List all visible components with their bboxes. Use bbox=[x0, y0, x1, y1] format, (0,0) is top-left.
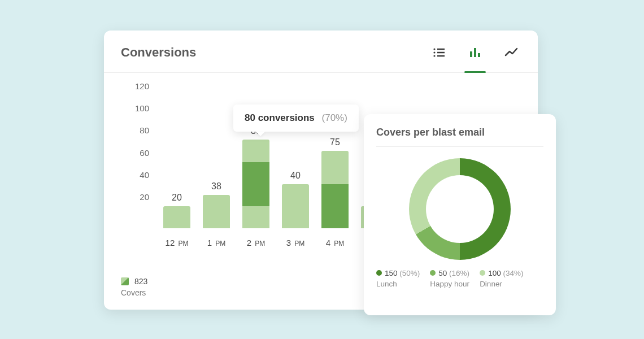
y-tick: 40 bbox=[140, 169, 149, 179]
legend-item-value: 50 bbox=[438, 269, 447, 277]
legend-total: 823 Covers bbox=[121, 277, 147, 297]
donut-legend-item: 50 (16%)Happy hour bbox=[430, 269, 469, 288]
y-tick: 100 bbox=[135, 103, 149, 113]
card-title: Conversions bbox=[121, 45, 196, 60]
bar-light-segment bbox=[203, 195, 230, 228]
donut-legend-item: 150 (50%)Lunch bbox=[376, 269, 420, 288]
y-tick: 120 bbox=[135, 81, 149, 91]
svg-point-1 bbox=[433, 48, 435, 50]
legend-item-value: 100 bbox=[488, 269, 501, 277]
donut-chart bbox=[376, 147, 543, 266]
legend-item-label: Happy hour bbox=[430, 280, 469, 288]
svg-point-5 bbox=[433, 55, 435, 56]
legend-item-pct: (50%) bbox=[399, 269, 420, 277]
svg-rect-8 bbox=[478, 53, 480, 57]
view-tabs bbox=[429, 43, 521, 62]
bar-light-segment bbox=[282, 184, 309, 228]
legend-item-pct: (34%) bbox=[503, 269, 523, 277]
tooltip-pct: (70%) bbox=[322, 112, 347, 123]
legend-value: 823 bbox=[134, 277, 147, 286]
bar-dark-segment bbox=[321, 184, 349, 228]
svg-rect-7 bbox=[474, 48, 476, 57]
bar-value-label: 40 bbox=[290, 171, 301, 181]
tooltip-unit: conversions bbox=[258, 112, 315, 123]
view-tab-line[interactable] bbox=[502, 43, 521, 62]
bar-dark-segment bbox=[242, 162, 269, 206]
svg-point-3 bbox=[433, 51, 435, 53]
line-chart-icon bbox=[504, 46, 518, 59]
bar-value-label: 38 bbox=[211, 181, 221, 192]
view-tab-bar[interactable] bbox=[465, 43, 485, 62]
legend-item-value: 150 bbox=[385, 269, 398, 277]
donut-legend: 150 (50%)Lunch50 (16%)Happy hour100 (34%… bbox=[376, 266, 543, 288]
legend-swatch-icon bbox=[121, 277, 129, 285]
view-tab-list[interactable] bbox=[429, 43, 449, 62]
donut-title: Covers per blast email bbox=[376, 127, 543, 147]
svg-rect-6 bbox=[470, 51, 472, 57]
x-tick: 1 PM bbox=[207, 238, 226, 247]
bar-chart-icon bbox=[468, 46, 482, 59]
bar[interactable]: 2012 PM bbox=[163, 95, 190, 228]
bar-value-label: 20 bbox=[172, 193, 182, 203]
x-tick: 12 PM bbox=[166, 238, 189, 247]
legend-label: Covers bbox=[121, 288, 147, 297]
bar[interactable]: 381 PM bbox=[203, 95, 230, 228]
x-tick: 3 PM bbox=[286, 238, 305, 247]
y-tick: 20 bbox=[140, 192, 149, 201]
donut-ring bbox=[409, 158, 511, 260]
tooltip-value: 80 bbox=[245, 112, 255, 123]
donut-legend-item: 100 (34%)Dinner bbox=[480, 269, 523, 288]
legend-dot-icon bbox=[480, 270, 485, 276]
list-icon bbox=[432, 46, 446, 59]
card-header: Conversions bbox=[104, 31, 538, 73]
legend-item-label: Dinner bbox=[480, 280, 523, 288]
bar-tooltip: 80 conversions (70%) bbox=[233, 105, 359, 132]
legend-dot-icon bbox=[376, 270, 382, 276]
covers-donut-card: Covers per blast email 150 (50%)Lunch50 … bbox=[364, 114, 556, 315]
legend-dot-icon bbox=[430, 270, 436, 276]
legend-item-pct: (16%) bbox=[449, 269, 469, 277]
y-axis: 12010080604020 bbox=[121, 95, 155, 228]
x-tick: 2 PM bbox=[247, 238, 266, 247]
x-tick: 4 PM bbox=[326, 238, 345, 247]
legend-item-label: Lunch bbox=[376, 280, 420, 288]
y-tick: 80 bbox=[140, 125, 149, 135]
bar-light-segment bbox=[163, 206, 190, 228]
bar-value-label: 75 bbox=[330, 137, 340, 147]
y-tick: 60 bbox=[140, 147, 149, 157]
